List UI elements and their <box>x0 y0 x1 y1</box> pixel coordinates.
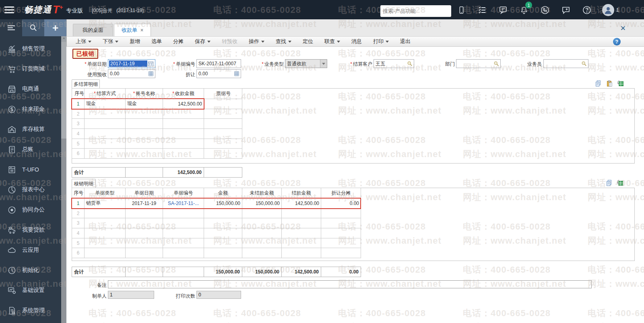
grid-cell-amount[interactable]: 150,000.00 <box>204 199 242 209</box>
sidebar-item-collaboration[interactable]: 协同办公 <box>0 200 61 220</box>
grid-cell[interactable] <box>204 129 242 139</box>
toolbar-message-button[interactable]: 消息 <box>351 38 362 45</box>
biz-type-select[interactable]: 普通收款 <box>285 59 327 68</box>
grid-cell[interactable] <box>242 228 282 238</box>
grid-cell[interactable] <box>282 238 321 248</box>
grid-cell-discount[interactable]: 0.00 <box>321 199 361 209</box>
page-help-icon[interactable]: ? <box>613 38 621 46</box>
user-avatar-button[interactable]: 1 <box>602 4 619 16</box>
tab-receipt-doc[interactable]: 收款单 × <box>114 24 151 36</box>
grid-cell[interactable] <box>85 208 126 218</box>
toolbar-allocate-button[interactable]: 分摊 <box>173 38 184 45</box>
sidebar-scrollbar[interactable]: ^ <box>61 36 66 323</box>
tab-settlement-detail[interactable]: 多结算明细 <box>72 79 100 89</box>
tab-my-desktop[interactable]: 我的桌面 <box>73 24 113 36</box>
grid-cell[interactable] <box>163 208 204 218</box>
grid-cell-bill-no[interactable] <box>204 99 242 109</box>
toolbar-linked-query-button[interactable]: 联查 <box>324 38 340 45</box>
toolbar-new-button[interactable]: 新增 <box>130 38 140 45</box>
paste-icon[interactable] <box>605 79 613 87</box>
toolbar-find-button[interactable]: 查找 <box>276 38 291 45</box>
grid-cell[interactable] <box>163 149 204 159</box>
grid-cell[interactable] <box>321 238 361 248</box>
sidebar-item-basic-settings[interactable]: 基础设置 <box>0 280 61 300</box>
scrollbar-thumb[interactable] <box>61 42 66 139</box>
calculator-grid-icon[interactable] <box>233 70 240 77</box>
grid-cell-doc-type[interactable]: 销货单 <box>85 199 126 209</box>
toolbar-print-button[interactable]: 打印 <box>373 38 389 45</box>
grid-cell[interactable] <box>204 139 242 149</box>
sidebar-item-order-mall-cart[interactable]: 订货商城 <box>0 59 61 79</box>
grid-cell[interactable] <box>321 208 361 218</box>
grid-cell[interactable] <box>204 238 242 248</box>
grid-cell[interactable] <box>163 139 204 149</box>
grid-cell-doc-date[interactable]: 2017-11-19 <box>126 199 163 209</box>
help-icon[interactable] <box>581 4 592 16</box>
grid-cell-method[interactable]: 现金 <box>85 99 126 109</box>
doc-date-input[interactable]: 2017-11-19 <box>108 59 155 68</box>
salesman-input[interactable] <box>543 59 588 68</box>
customer-input[interactable]: 王五 <box>374 59 414 68</box>
department-input[interactable] <box>456 59 501 68</box>
discount-input[interactable]: 0.00 <box>196 69 241 78</box>
grid-cell[interactable] <box>282 228 321 238</box>
grid-cell[interactable] <box>163 129 204 139</box>
sidebar-item-cloud-app[interactable]: 云应用 <box>0 240 61 260</box>
mobile-app-icon[interactable] <box>456 4 467 16</box>
remark-input[interactable] <box>108 280 592 288</box>
grid-cell[interactable] <box>282 218 321 228</box>
grid-cell[interactable] <box>163 228 204 238</box>
grid-cell[interactable] <box>321 248 361 258</box>
grid-cell[interactable] <box>126 208 163 218</box>
grid-cell[interactable] <box>85 109 126 119</box>
copy-icon[interactable] <box>594 79 602 87</box>
grid-cell-unsettled[interactable]: 150,000.00 <box>242 199 282 209</box>
grid-cell[interactable] <box>126 129 163 139</box>
grid-cell[interactable] <box>163 248 204 258</box>
toolbar-prev-button[interactable]: 上张 <box>76 38 91 45</box>
sidebar-item-ledger-book[interactable]: 总账 <box>0 139 61 159</box>
tab-close-icon[interactable]: × <box>140 27 143 33</box>
grid-cell[interactable] <box>321 218 361 228</box>
toolbar-exit-button[interactable]: 退出 <box>400 38 411 45</box>
grid-cell[interactable] <box>126 238 163 248</box>
task-list-icon[interactable] <box>477 4 488 16</box>
grid-cell[interactable] <box>126 228 163 238</box>
message-icon[interactable] <box>497 4 509 16</box>
grid-cell[interactable] <box>321 228 361 238</box>
grid-cell[interactable] <box>126 248 163 258</box>
sidebar-item-system-manage[interactable]: 系统管理 <box>0 300 61 321</box>
grid-cell[interactable] <box>204 208 242 218</box>
grid-cell[interactable] <box>282 248 321 258</box>
source-doc-link[interactable]: SA-2017-11-... <box>163 199 204 209</box>
grid-cell[interactable] <box>242 238 282 248</box>
sidebar-item-cash-dollar[interactable]: 往来现金 <box>0 99 61 119</box>
grid-cell-account[interactable]: 现金 <box>126 99 163 109</box>
grid-cell-amount[interactable]: 142,500.00 <box>163 99 204 109</box>
calculator-grid-icon[interactable] <box>147 70 154 77</box>
grid-cell[interactable] <box>163 119 204 129</box>
sidebar-item-report-center-pie[interactable]: 报表中心 <box>0 180 61 200</box>
calendar-icon[interactable] <box>147 60 154 67</box>
toolbar-next-button[interactable]: 下张 <box>103 38 118 45</box>
close-page-icon[interactable]: ✕ <box>620 24 626 33</box>
hamburger-menu-icon[interactable] <box>0 0 19 19</box>
copy-icon[interactable] <box>605 179 613 186</box>
grid-cell[interactable] <box>85 248 126 258</box>
lookup-magnifier-icon[interactable] <box>406 60 413 67</box>
grid-cell[interactable] <box>126 149 163 159</box>
lookup-magnifier-icon[interactable] <box>493 60 500 67</box>
sidebar-item-loan-truck[interactable]: 我要贷款 <box>0 220 61 240</box>
grid-cell[interactable] <box>85 129 126 139</box>
grid-cell[interactable] <box>85 228 126 238</box>
sidebar-item-ecommerce[interactable]: 电商通 <box>0 79 61 99</box>
phone-support-icon[interactable] <box>539 4 551 16</box>
grid-cell[interactable] <box>126 109 163 119</box>
grid-cell[interactable] <box>85 238 126 248</box>
grid-cell[interactable] <box>204 228 242 238</box>
grid-cell[interactable] <box>204 109 242 119</box>
scroll-up-arrow[interactable]: ^ <box>61 36 66 42</box>
sidebar-item-initialize-clock[interactable]: 初始化 <box>0 260 61 280</box>
grid-cell[interactable] <box>204 119 242 129</box>
grid-cell[interactable] <box>126 218 163 228</box>
